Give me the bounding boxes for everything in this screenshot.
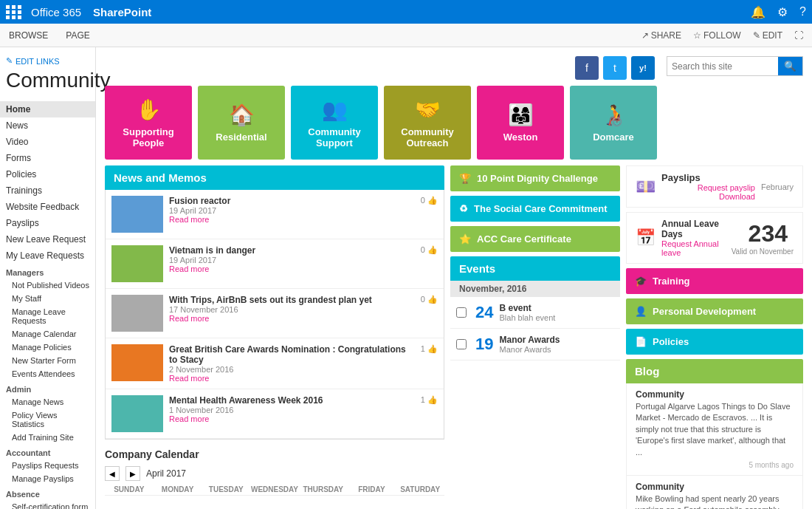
sidebar-item-news[interactable]: News: [0, 117, 95, 134]
news-thumb-3: [111, 295, 163, 332]
nav-browse[interactable]: BROWSE: [9, 30, 48, 41]
sidebar-item-trainings[interactable]: Trainings: [0, 182, 95, 199]
sidebar-subitem-my-staff[interactable]: My Staff: [0, 292, 95, 305]
sidebar-subitem-manage-payslips[interactable]: Manage Payslips: [0, 472, 95, 485]
news-thumb-1: [111, 196, 163, 233]
top-bar: Office 365 SharePoint 🔔 ⚙ ?: [0, 0, 812, 24]
cal-wed: WEDNESDAY: [250, 485, 299, 493]
event-day-1: 24: [475, 303, 493, 322]
tile-community-support-icon: 👥: [322, 98, 348, 122]
tile-weston-icon: 👨‍👩‍👧: [508, 103, 534, 127]
event-checkbox-1[interactable]: [456, 307, 467, 318]
sidebar-item-new-leave[interactable]: New Leave Request: [0, 231, 95, 247]
twitter-icon[interactable]: t: [603, 56, 627, 80]
sidebar-item-home[interactable]: Home: [0, 101, 95, 117]
tile-weston[interactable]: 👨‍👩‍👧 Weston: [477, 86, 564, 160]
edit-links-top[interactable]: ✎EDIT LINKS: [0, 53, 95, 67]
news-read-3[interactable]: Read more: [169, 314, 415, 323]
tile-supporting-people[interactable]: ✋ Supporting People: [105, 86, 192, 160]
nav-edit[interactable]: ✎ EDIT: [753, 30, 782, 41]
sidebar-subitem-manage-leave[interactable]: Manage Leave Requests: [0, 305, 95, 327]
tile-domcare[interactable]: 🧑‍🦽 Domcare: [570, 86, 657, 160]
facebook-icon[interactable]: f: [575, 56, 599, 80]
yammer-icon[interactable]: y!: [631, 56, 655, 80]
event-checkbox-2[interactable]: [456, 339, 467, 349]
policies-button[interactable]: 📄 Policies: [626, 329, 803, 355]
sidebar-subitem-manage-news[interactable]: Manage News: [0, 395, 95, 409]
sidebar-subitem-manage-calendar[interactable]: Manage Calendar: [0, 327, 95, 341]
nav-page[interactable]: PAGE: [66, 30, 89, 41]
leave-icon: 📅: [636, 228, 656, 247]
sidebar-item-forms[interactable]: Forms: [0, 150, 95, 166]
sidebar-subitem-not-published[interactable]: Not Published Videos: [0, 279, 95, 292]
blog-text-2: Mike Bowling had spent nearly 20 years w…: [636, 493, 794, 509]
sidebar-subitem-manage-policies[interactable]: Manage Policies: [0, 341, 95, 354]
sidebar-subitem-add-training[interactable]: Add Training Site: [0, 431, 95, 444]
event-item-1: 24 B event Blah blah event: [450, 297, 620, 329]
sidebar-item-website-feedback[interactable]: Website Feedback: [0, 199, 95, 215]
app-grid-icon[interactable]: [6, 5, 22, 19]
news-read-5[interactable]: Read more: [169, 414, 415, 423]
news-content-2: Vietnam is in danger 19 April 2017 Read …: [169, 245, 415, 273]
events-month: November, 2016: [450, 281, 620, 297]
search-input[interactable]: [667, 58, 778, 75]
page-title: Community: [0, 67, 95, 98]
sidebar-subitem-policy-views[interactable]: Policy Views Statistics: [0, 409, 95, 431]
nav-share[interactable]: ↗ SHARE: [641, 30, 681, 41]
event-name-2: Manor Awards: [499, 335, 614, 345]
sidebar-subitem-new-starter[interactable]: New Starter Form: [0, 354, 95, 367]
nav-follow[interactable]: ☆ FOLLOW: [693, 30, 741, 41]
news-likes-1: 0 👍: [421, 196, 438, 205]
tile-domcare-label: Domcare: [593, 131, 634, 143]
tile-community-outreach-label: Community Outreach: [390, 126, 465, 148]
sidebar-item-payslips[interactable]: Payslips: [0, 215, 95, 231]
help-icon[interactable]: ?: [799, 5, 806, 18]
news-read-4[interactable]: Read more: [169, 374, 415, 383]
acc-care-icon: ⭐: [459, 233, 471, 245]
challenge-label: 10 Point Dignity Challenge: [477, 173, 598, 184]
calendar-section: Company Calendar ◀ ▶ April 2017 SUNDAY M…: [105, 440, 444, 496]
cal-thu: THURSDAY: [299, 485, 348, 493]
challenge-button[interactable]: 🏆 10 Point Dignity Challenge: [450, 165, 620, 191]
news-item: Great British Care Awards Nomination : C…: [106, 338, 444, 389]
tile-community-outreach[interactable]: 🤝 Community Outreach: [384, 86, 471, 160]
news-item: Vietnam is in danger 19 April 2017 Read …: [106, 239, 444, 289]
cal-sun: SUNDAY: [105, 485, 154, 493]
acc-care-button[interactable]: ⭐ ACC Care Certificate: [450, 226, 620, 252]
tile-residential-label: Residential: [216, 131, 266, 143]
three-col-layout: News and Memos Fusion reactor 19 April 2…: [96, 165, 812, 509]
hero-section: f t y! 🔍: [96, 47, 812, 86]
cal-next-button[interactable]: ▶: [125, 466, 140, 481]
sidebar-item-video[interactable]: Video: [0, 134, 95, 150]
search-button[interactable]: 🔍: [778, 57, 802, 75]
training-button[interactable]: 🎓 Training: [626, 268, 803, 294]
calendar-title: Company Calendar: [105, 445, 444, 463]
tile-residential[interactable]: 🏠 Residential: [198, 86, 285, 160]
personal-dev-button[interactable]: 👤 Personal Development: [626, 298, 803, 324]
notification-icon[interactable]: 🔔: [751, 5, 765, 19]
sidebar-subitem-events[interactable]: Events Attendees: [0, 367, 95, 380]
edit-icon: ✎: [753, 30, 760, 41]
social-care-button[interactable]: ♻ The Social Care Commitment: [450, 196, 620, 222]
settings-icon[interactable]: ⚙: [777, 5, 788, 19]
nav-fullscreen-icon[interactable]: ⛶: [794, 30, 803, 41]
sidebar-subitem-self-cert[interactable]: Self-certification form: [0, 500, 95, 509]
news-read-2[interactable]: Read more: [169, 264, 415, 273]
cal-prev-button[interactable]: ◀: [105, 466, 120, 481]
payslips-download-link[interactable]: Download: [661, 192, 755, 201]
news-read-1[interactable]: Read more: [169, 215, 415, 224]
blog-category-1: Community: [636, 389, 794, 400]
leave-request-link[interactable]: Request Annual leave: [661, 239, 726, 257]
tile-community-support[interactable]: 👥 Community Support: [291, 86, 378, 160]
payslips-request-link[interactable]: Request payslip: [661, 183, 755, 192]
news-date-2: 19 April 2017: [169, 256, 415, 264]
training-label: Training: [653, 276, 690, 287]
news-item: Fusion reactor 19 April 2017 Read more 0…: [106, 190, 444, 239]
sidebar-item-policies[interactable]: Policies: [0, 166, 95, 182]
payslips-month: February: [761, 182, 794, 191]
office365-label: Office 365: [31, 6, 81, 18]
news-likes-4: 1 👍: [421, 344, 438, 354]
sidebar-subitem-payslips-req[interactable]: Payslips Requests: [0, 459, 95, 472]
personal-dev-label: Personal Development: [653, 306, 756, 317]
sidebar-item-my-leave[interactable]: My Leave Requests: [0, 247, 95, 264]
